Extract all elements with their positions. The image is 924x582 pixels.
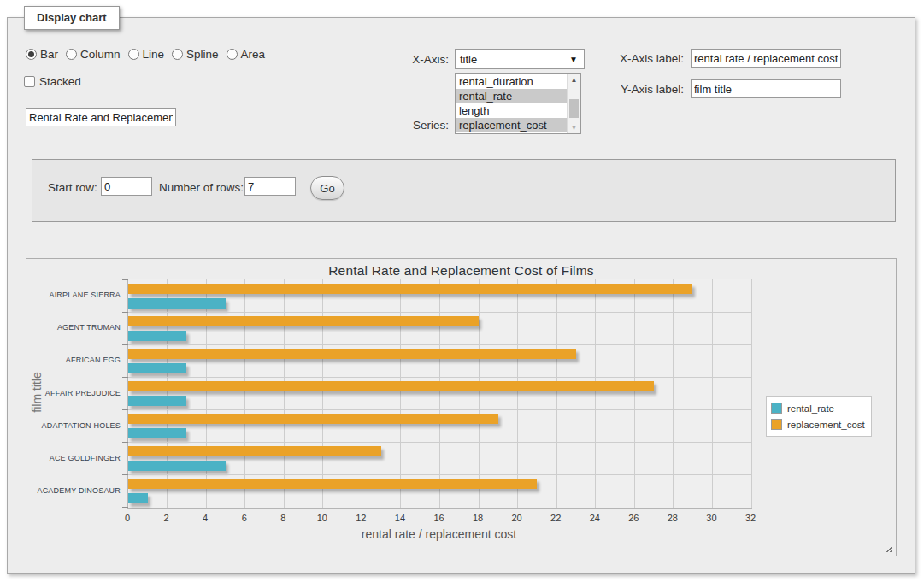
series-option[interactable]: rental_rate bbox=[456, 89, 568, 103]
y-tick-label: AGENT TRUMAN bbox=[33, 322, 121, 332]
radio-icon[interactable] bbox=[26, 49, 37, 60]
scroll-up-icon[interactable]: ▲ bbox=[568, 74, 580, 85]
x-tick-label: 0 bbox=[110, 513, 144, 523]
gridline bbox=[712, 279, 713, 508]
y-axis-tick bbox=[122, 442, 128, 443]
radio-icon[interactable] bbox=[66, 49, 77, 60]
bar-replacement_cost bbox=[128, 381, 654, 391]
gridline bbox=[244, 279, 245, 508]
y-axis-label-field-label: Y-Axis label: bbox=[609, 83, 684, 96]
gridline bbox=[128, 442, 751, 443]
chart-legend: rental_ratereplacement_cost bbox=[766, 396, 872, 437]
resize-handle-icon[interactable] bbox=[884, 544, 892, 552]
chart-type-option-label: Area bbox=[241, 48, 266, 61]
gridline bbox=[167, 279, 168, 508]
gridline bbox=[128, 474, 751, 475]
bar-replacement_cost bbox=[128, 446, 381, 456]
stacked-checkbox-row[interactable]: Stacked bbox=[24, 75, 81, 88]
y-axis-tick bbox=[122, 409, 128, 410]
x-axis-select[interactable]: title ▼ bbox=[455, 49, 585, 69]
gridline bbox=[284, 279, 285, 508]
legend-item: replacement_cost bbox=[771, 416, 865, 432]
plot-area bbox=[127, 279, 752, 509]
bar-rental_rate bbox=[128, 298, 226, 309]
bar-rental_rate bbox=[128, 428, 186, 438]
legend-item: rental_rate bbox=[771, 400, 865, 416]
y-axis-tick bbox=[122, 474, 128, 475]
start-row-input[interactable] bbox=[101, 177, 152, 196]
gridline bbox=[595, 279, 596, 508]
y-tick-label: AIRPLANE SIERRA bbox=[33, 290, 121, 300]
y-tick-label: AFRICAN EGG bbox=[33, 355, 121, 365]
scroll-down-icon[interactable]: ▼ bbox=[568, 122, 580, 133]
series-listbox[interactable]: rental_durationrental_ratelengthreplacem… bbox=[455, 73, 581, 134]
legend-label: replacement_cost bbox=[787, 420, 865, 430]
chart-type-option-label: Line bbox=[143, 48, 165, 61]
series-option[interactable]: length bbox=[456, 103, 568, 118]
x-tick-label: 22 bbox=[539, 513, 573, 523]
stacked-checkbox[interactable] bbox=[24, 76, 35, 87]
x-tick-label: 32 bbox=[733, 513, 768, 523]
y-tick-label: ACE GOLDFINGER bbox=[33, 453, 121, 463]
chart-type-option[interactable]: Column bbox=[66, 48, 121, 61]
gridline bbox=[673, 279, 674, 508]
bar-replacement_cost bbox=[128, 284, 692, 294]
bar-replacement_cost bbox=[128, 479, 537, 489]
series-option[interactable]: rental_duration bbox=[456, 74, 568, 89]
num-rows-label: Number of rows: bbox=[159, 181, 244, 194]
y-tick-label: ACADEMY DINOSAUR bbox=[33, 485, 121, 496]
gridline bbox=[362, 279, 362, 508]
gridline bbox=[439, 279, 440, 508]
row-range-panel: Start row: Number of rows: Go bbox=[32, 159, 896, 222]
gridline bbox=[400, 279, 401, 508]
chevron-down-icon: ▼ bbox=[569, 55, 578, 64]
x-tick-label: 14 bbox=[383, 513, 417, 523]
x-tick-label: 26 bbox=[616, 513, 650, 523]
gridline bbox=[128, 409, 751, 410]
radio-icon[interactable] bbox=[128, 49, 139, 60]
chart-type-option[interactable]: Area bbox=[227, 48, 266, 61]
x-tick-label: 4 bbox=[188, 513, 222, 523]
gridline bbox=[128, 312, 751, 313]
gridline bbox=[751, 279, 752, 508]
scrollbar-thumb[interactable] bbox=[569, 99, 579, 118]
y-tick-label: ADAPTATION HOLES bbox=[33, 420, 121, 431]
chart-type-option-label: Bar bbox=[40, 48, 58, 61]
legend-swatch bbox=[771, 403, 782, 414]
chart-type-option-label: Column bbox=[80, 48, 121, 61]
go-button[interactable]: Go bbox=[310, 176, 344, 200]
y-axis-label-input[interactable] bbox=[691, 79, 841, 98]
gridline bbox=[206, 279, 207, 508]
series-option[interactable]: replacement_cost bbox=[456, 118, 568, 132]
series-scrollbar[interactable]: ▲ ▼ bbox=[567, 74, 580, 133]
gridline bbox=[322, 279, 323, 508]
chart-type-option[interactable]: Line bbox=[128, 48, 165, 61]
y-axis-tick bbox=[122, 312, 128, 313]
x-tick-label: 16 bbox=[422, 513, 456, 523]
radio-icon[interactable] bbox=[172, 49, 183, 60]
bar-rental_rate bbox=[128, 363, 186, 373]
x-tick-label: 20 bbox=[500, 513, 534, 523]
gridline bbox=[479, 279, 480, 508]
bar-rental_rate bbox=[128, 396, 186, 406]
y-axis-tick bbox=[122, 344, 128, 345]
bar-replacement_cost bbox=[128, 316, 479, 326]
bar-rental_rate bbox=[128, 493, 148, 503]
x-axis-label-input[interactable] bbox=[691, 49, 841, 68]
radio-icon[interactable] bbox=[227, 49, 238, 60]
gridline bbox=[634, 279, 635, 508]
chart-title-input[interactable] bbox=[26, 108, 176, 126]
num-rows-input[interactable] bbox=[244, 177, 296, 196]
y-axis-tick bbox=[122, 507, 128, 508]
gridline bbox=[556, 279, 557, 508]
chart-type-radios: BarColumnLineSplineArea bbox=[26, 48, 265, 61]
start-row-label: Start row: bbox=[48, 181, 97, 194]
fieldset-legend: Display chart bbox=[24, 6, 120, 30]
chart-type-option[interactable]: Bar bbox=[26, 48, 58, 61]
x-tick-label: 28 bbox=[656, 513, 690, 523]
x-tick-label: 24 bbox=[578, 513, 612, 523]
x-tick-label: 8 bbox=[266, 513, 300, 523]
chart-type-option[interactable]: Spline bbox=[172, 48, 219, 61]
y-tick-label: AFFAIR PREJUDICE bbox=[33, 388, 121, 398]
x-tick-label: 10 bbox=[305, 513, 339, 523]
